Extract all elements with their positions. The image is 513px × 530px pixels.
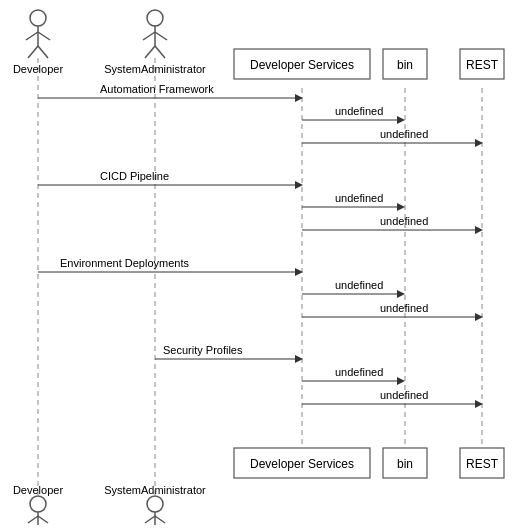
bin-top-label: bin bbox=[397, 58, 413, 72]
svg-line-8 bbox=[38, 32, 50, 40]
svg-line-49 bbox=[28, 516, 38, 523]
svg-marker-33 bbox=[295, 268, 303, 276]
svg-line-53 bbox=[145, 516, 155, 523]
devservices-top-label: Developer Services bbox=[250, 58, 354, 72]
msg-undef1-label: undefined bbox=[335, 105, 383, 117]
svg-rect-17 bbox=[234, 49, 370, 79]
svg-marker-29 bbox=[397, 203, 405, 211]
sysadmin-label: SystemAdministrator bbox=[104, 63, 206, 75]
msg-automation-label: Automation Framework bbox=[100, 83, 214, 95]
svg-line-16 bbox=[155, 46, 165, 58]
msg-undef4-label: undefined bbox=[380, 215, 428, 227]
svg-line-54 bbox=[155, 516, 165, 523]
svg-rect-46 bbox=[460, 448, 504, 478]
svg-point-11 bbox=[147, 10, 163, 26]
svg-line-15 bbox=[145, 46, 155, 58]
svg-line-9 bbox=[28, 46, 38, 58]
msg-undef6-label: undefined bbox=[380, 302, 428, 314]
svg-rect-45 bbox=[383, 448, 427, 478]
svg-marker-25 bbox=[475, 139, 483, 147]
msg-undef2-label: undefined bbox=[380, 128, 428, 140]
svg-rect-19 bbox=[460, 49, 504, 79]
svg-rect-44 bbox=[234, 448, 370, 478]
svg-marker-43 bbox=[475, 400, 483, 408]
msg-secprofiles-label: Security Profiles bbox=[163, 344, 243, 356]
rest-top-label: REST bbox=[466, 58, 499, 72]
svg-marker-37 bbox=[475, 313, 483, 321]
sysadmin-bot-label: SystemAdministrator bbox=[104, 484, 206, 496]
msg-undef7-label: undefined bbox=[335, 366, 383, 378]
devservices-bot-label: Developer Services bbox=[250, 457, 354, 471]
svg-point-47 bbox=[30, 496, 46, 512]
svg-line-50 bbox=[38, 516, 48, 523]
svg-marker-31 bbox=[475, 226, 483, 234]
developer-label: Developer bbox=[13, 63, 63, 75]
svg-marker-35 bbox=[397, 290, 405, 298]
svg-line-14 bbox=[155, 32, 167, 40]
msg-undef8-label: undefined bbox=[380, 389, 428, 401]
rest-bot-label: REST bbox=[466, 457, 499, 471]
svg-marker-41 bbox=[397, 377, 405, 385]
svg-marker-27 bbox=[295, 181, 303, 189]
msg-cicd-label: CICD Pipeline bbox=[100, 170, 169, 182]
svg-marker-23 bbox=[397, 116, 405, 124]
svg-point-5 bbox=[30, 10, 46, 26]
svg-rect-18 bbox=[383, 49, 427, 79]
svg-line-13 bbox=[143, 32, 155, 40]
msg-undef5-label: undefined bbox=[335, 279, 383, 291]
sequence-diagram: Developer SystemAdministrator Developer … bbox=[0, 0, 513, 530]
msg-undef3-label: undefined bbox=[335, 192, 383, 204]
bin-bot-label: bin bbox=[397, 457, 413, 471]
svg-marker-39 bbox=[295, 355, 303, 363]
developer-bot-label: Developer bbox=[13, 484, 63, 496]
svg-point-51 bbox=[147, 496, 163, 512]
svg-marker-21 bbox=[295, 94, 303, 102]
diagram-svg: Developer SystemAdministrator Developer … bbox=[0, 0, 513, 530]
svg-line-10 bbox=[38, 46, 48, 58]
svg-line-7 bbox=[26, 32, 38, 40]
msg-envdeploy-label: Environment Deployments bbox=[60, 257, 190, 269]
